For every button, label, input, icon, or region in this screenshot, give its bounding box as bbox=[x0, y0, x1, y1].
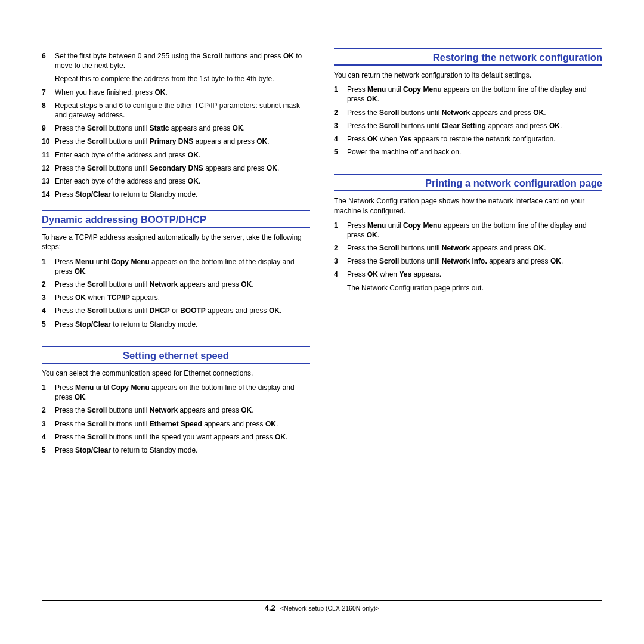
step-row: 4Press OK when Yes appears. bbox=[334, 270, 602, 279]
step-number: 4 bbox=[42, 306, 55, 315]
step-text: Power the machine off and back on. bbox=[347, 147, 602, 157]
step-row: 7When you have finished, press OK. bbox=[42, 88, 310, 97]
step-text: Press Stop/Clear to return to Standby mo… bbox=[55, 445, 310, 455]
step-text: Press the Scroll buttons until Clear Set… bbox=[347, 121, 602, 131]
heading-text: Setting ethernet speed bbox=[42, 349, 310, 363]
step-row: 1Press Menu until Copy Menu appears on t… bbox=[42, 257, 310, 276]
step-row: 4Press the Scroll buttons until DHCP or … bbox=[42, 306, 310, 315]
step-number: 2 bbox=[334, 243, 347, 253]
step-number: 3 bbox=[334, 121, 347, 131]
step-text: Press the Scroll buttons until Ethernet … bbox=[55, 419, 310, 429]
heading-restoring: Restoring the network configuration bbox=[334, 48, 602, 66]
step-row: 14Press Stop/Clear to return to Standby … bbox=[42, 190, 310, 199]
step-row: 3Press OK when TCP/IP appears. bbox=[42, 293, 310, 302]
step-number: 4 bbox=[42, 432, 55, 442]
step-text: Press OK when Yes appears to restore the… bbox=[347, 134, 602, 144]
continued-steps: 6Set the first byte between 0 and 255 us… bbox=[42, 51, 310, 199]
step-row: 12Press the Scroll buttons until Seconda… bbox=[42, 163, 310, 173]
step-text: Press Menu until Copy Menu appears on th… bbox=[55, 257, 310, 276]
step-row: 11Enter each byte of the address and pre… bbox=[42, 150, 310, 160]
step-row: 4Press OK when Yes appears to restore th… bbox=[334, 134, 602, 144]
section-intro: You can return the network configuration… bbox=[334, 70, 602, 80]
step-text: Press Menu until Copy Menu appears on th… bbox=[55, 383, 310, 402]
section-intro: You can select the communication speed f… bbox=[42, 369, 310, 378]
step-text: Press the Scroll buttons until Primary D… bbox=[55, 137, 310, 146]
step-number: 5 bbox=[42, 320, 55, 329]
step-number: 14 bbox=[42, 190, 55, 199]
step-number: 10 bbox=[42, 137, 55, 146]
ethernet-steps: 1Press Menu until Copy Menu appears on t… bbox=[42, 383, 310, 455]
step-text: Enter each byte of the address and press… bbox=[55, 150, 310, 160]
step-number: 1 bbox=[334, 85, 347, 94]
step-number: 6 bbox=[42, 51, 55, 61]
step-row: 5Press Stop/Clear to return to Standby m… bbox=[42, 320, 310, 329]
step-text: Press the Scroll buttons until Network a… bbox=[347, 108, 602, 117]
step-number: 2 bbox=[334, 108, 347, 117]
step-text: Press the Scroll buttons until DHCP or B… bbox=[55, 306, 310, 315]
left-column: 6Set the first byte between 0 and 255 us… bbox=[42, 48, 310, 459]
heading-text: Restoring the network configuration bbox=[334, 51, 602, 64]
step-subtext: Repeat this to complete the address from… bbox=[55, 74, 310, 83]
step-row: 1Press Menu until Copy Menu appears on t… bbox=[334, 221, 602, 240]
step-text: Press the Scroll buttons until Network a… bbox=[55, 405, 310, 415]
step-number: 11 bbox=[42, 150, 55, 160]
heading-printing: Printing a network configuration page bbox=[334, 174, 602, 191]
right-column: Restoring the network configuration You … bbox=[334, 48, 602, 459]
step-number: 7 bbox=[42, 88, 55, 97]
step-row: 13Enter each byte of the address and pre… bbox=[42, 177, 310, 186]
step-text: Press Menu until Copy Menu appears on th… bbox=[347, 85, 602, 104]
heading-text: Printing a network configuration page bbox=[334, 177, 602, 190]
step-row: 2Press the Scroll buttons until Network … bbox=[42, 280, 310, 289]
step-number: 1 bbox=[42, 257, 55, 267]
step-row: 3Press the Scroll buttons until Network … bbox=[334, 256, 602, 266]
heading-text: Dynamic addressing BOOTP/DHCP bbox=[42, 213, 310, 227]
section-intro: To have a TCP/IP address assigned automa… bbox=[42, 233, 310, 252]
step-number: 1 bbox=[334, 221, 347, 230]
step-row: 3Press the Scroll buttons until Ethernet… bbox=[42, 419, 310, 429]
step-number: 3 bbox=[42, 419, 55, 429]
step-row: 6Set the first byte between 0 and 255 us… bbox=[42, 51, 310, 70]
step-row: 1Press Menu until Copy Menu appears on t… bbox=[42, 383, 310, 402]
step-text: Press OK when Yes appears. bbox=[347, 270, 602, 279]
step-text: Press the Scroll buttons until Secondary… bbox=[55, 163, 310, 173]
step-row: 2Press the Scroll buttons until Network … bbox=[334, 108, 602, 117]
dynamic-steps: 1Press Menu until Copy Menu appears on t… bbox=[42, 257, 310, 329]
step-number: 4 bbox=[334, 134, 347, 144]
step-row: 10Press the Scroll buttons until Primary… bbox=[42, 137, 310, 146]
page-label: <Network setup (CLX-2160N only)> bbox=[280, 605, 379, 612]
step-row: 1Press Menu until Copy Menu appears on t… bbox=[334, 85, 602, 104]
step-number: 3 bbox=[334, 256, 347, 266]
page-number: 4.2 bbox=[265, 603, 275, 612]
step-text: Press Stop/Clear to return to Standby mo… bbox=[55, 190, 310, 199]
printing-steps: 1Press Menu until Copy Menu appears on t… bbox=[334, 221, 602, 293]
step-row: 8Repeat steps 5 and 6 to configure the o… bbox=[42, 101, 310, 120]
step-text: Press the Scroll buttons until Static ap… bbox=[55, 123, 310, 133]
step-row: 5Press Stop/Clear to return to Standby m… bbox=[42, 445, 310, 455]
page-columns: 6Set the first byte between 0 and 255 us… bbox=[42, 48, 602, 459]
step-text: Enter each byte of the address and press… bbox=[55, 177, 310, 186]
heading-dynamic-addressing: Dynamic addressing BOOTP/DHCP bbox=[42, 210, 310, 228]
heading-ethernet-speed: Setting ethernet speed bbox=[42, 346, 310, 364]
step-subtext: The Network Configuration page prints ou… bbox=[347, 283, 602, 293]
step-row: 2Press the Scroll buttons until Network … bbox=[42, 405, 310, 415]
step-text: Repeat steps 5 and 6 to configure the ot… bbox=[55, 101, 310, 120]
step-row: 9Press the Scroll buttons until Static a… bbox=[42, 123, 310, 133]
step-number: 5 bbox=[42, 445, 55, 455]
step-text: Press OK when TCP/IP appears. bbox=[55, 293, 310, 302]
step-text: Press the Scroll buttons until Network a… bbox=[347, 243, 602, 253]
step-row: 4Press the Scroll buttons until the spee… bbox=[42, 432, 310, 442]
step-number: 12 bbox=[42, 163, 55, 173]
step-row: 3Press the Scroll buttons until Clear Se… bbox=[334, 121, 602, 131]
step-number: 8 bbox=[42, 101, 55, 110]
step-number: 5 bbox=[334, 147, 347, 157]
step-text: Press the Scroll buttons until Network a… bbox=[55, 280, 310, 289]
footer: 4.2 <Network setup (CLX-2160N only)> bbox=[42, 600, 602, 615]
step-number: 1 bbox=[42, 383, 55, 392]
step-number: 3 bbox=[42, 293, 55, 302]
step-number: 13 bbox=[42, 177, 55, 186]
step-row: 2Press the Scroll buttons until Network … bbox=[334, 243, 602, 253]
step-number: 4 bbox=[334, 270, 347, 279]
step-text: Press the Scroll buttons until Network I… bbox=[347, 256, 602, 266]
step-number: 2 bbox=[42, 280, 55, 289]
step-text: Press Menu until Copy Menu appears on th… bbox=[347, 221, 602, 240]
